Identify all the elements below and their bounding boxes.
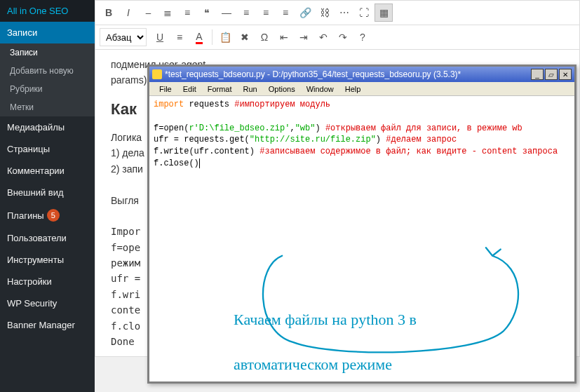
handwritten-annotation: Качаем файлы на python 3 в автоматическо… bbox=[177, 222, 542, 363]
clear-format-button[interactable]: ✖ bbox=[236, 28, 254, 46]
undo-button[interactable]: ↶ bbox=[314, 28, 332, 46]
ul-button[interactable]: ≣ bbox=[159, 4, 177, 22]
quote-button[interactable]: ❝ bbox=[198, 4, 216, 22]
italic-button[interactable]: I bbox=[119, 4, 137, 22]
redo-button[interactable]: ↷ bbox=[334, 28, 352, 46]
sidebar-item-comments[interactable]: Комментарии bbox=[0, 160, 95, 182]
justify-icon: ≡ bbox=[177, 32, 182, 43]
python-icon bbox=[152, 69, 162, 79]
indent-icon: ⇥ bbox=[299, 32, 308, 43]
indent-button[interactable]: ⇥ bbox=[295, 28, 313, 46]
underline-icon: U bbox=[156, 32, 163, 43]
more-button[interactable]: ⋯ bbox=[335, 4, 353, 22]
underline-button[interactable]: U bbox=[151, 28, 169, 46]
format-select[interactable]: Абзац bbox=[100, 28, 147, 46]
admin-sidebar: All in One SEO Записи Записи Добавить но… bbox=[0, 0, 95, 392]
close-button[interactable]: ✕ bbox=[559, 69, 572, 80]
link-button[interactable]: 🔗 bbox=[296, 4, 314, 22]
clear-format-icon: ✖ bbox=[241, 32, 249, 43]
align-left-button[interactable]: ≡ bbox=[237, 4, 255, 22]
undo-icon: ↶ bbox=[319, 32, 328, 43]
menu-run[interactable]: Run bbox=[238, 85, 263, 93]
align-right-button[interactable]: ≡ bbox=[276, 4, 295, 22]
text-color-button[interactable]: A bbox=[190, 28, 208, 46]
sidebar-sub-posts[interactable]: Записи bbox=[0, 43, 95, 62]
annotation-text-1: Качаем файлы на python 3 в bbox=[234, 309, 417, 331]
sidebar-item-pages[interactable]: Страницы bbox=[0, 138, 95, 160]
unlink-button[interactable]: ⛓ bbox=[316, 4, 334, 22]
plugins-badge: 5 bbox=[47, 209, 60, 222]
fullscreen-icon: ⛶ bbox=[359, 7, 369, 18]
char-icon: Ω bbox=[261, 32, 268, 43]
sidebar-item-posts[interactable]: Записи bbox=[0, 22, 95, 43]
sidebar-item-seo[interactable]: All in One SEO bbox=[0, 0, 95, 22]
ol-icon: ≡ bbox=[184, 7, 190, 18]
code-area[interactable]: import requests #импортируем модуль f=op… bbox=[149, 96, 574, 381]
strike-icon: ‒ bbox=[145, 7, 151, 18]
redo-icon: ↷ bbox=[339, 32, 347, 43]
editor-menubar: File Edit Format Run Options Window Help bbox=[149, 82, 574, 96]
maximize-button[interactable]: ▱ bbox=[545, 69, 558, 80]
hr-button[interactable]: — bbox=[217, 4, 236, 22]
justify-button[interactable]: ≡ bbox=[170, 28, 189, 46]
paste-text-button[interactable]: 📋 bbox=[216, 28, 234, 46]
menu-options[interactable]: Options bbox=[263, 85, 301, 93]
sidebar-item-appearance[interactable]: Внешний вид bbox=[0, 182, 95, 203]
text-color-icon: A bbox=[196, 31, 202, 44]
toolbar-toggle-button[interactable]: ▦ bbox=[375, 4, 393, 22]
ul-icon: ≣ bbox=[163, 7, 172, 18]
hr-icon: — bbox=[222, 7, 231, 18]
align-center-button[interactable]: ≡ bbox=[257, 4, 275, 22]
quote-icon: ❝ bbox=[204, 7, 210, 18]
annotation-text-2: автоматическом режиме bbox=[234, 354, 417, 376]
unlink-icon: ⛓ bbox=[320, 7, 330, 18]
paste-text-icon: 📋 bbox=[220, 32, 231, 43]
sidebar-sub-add-new[interactable]: Добавить новую bbox=[0, 62, 95, 80]
sidebar-sub-categories[interactable]: Рубрики bbox=[0, 80, 95, 98]
toolbar-row-1: B I ‒ ≣ ≡ ❝ — ≡ ≡ ≡ 🔗 ⛓ ⋯ ⛶ ▦ bbox=[95, 1, 579, 25]
toolbar-row-2: Абзац U ≡ A 📋 ✖ Ω ⇤ ⇥ ↶ ↷ ? bbox=[95, 25, 579, 50]
editor-title: *test_requests_bdseoru.py - D:/python35_… bbox=[165, 69, 530, 79]
outdent-icon: ⇤ bbox=[280, 32, 288, 43]
sidebar-item-users[interactable]: Пользователи bbox=[0, 227, 95, 249]
align-center-icon: ≡ bbox=[263, 7, 269, 18]
strike-button[interactable]: ‒ bbox=[139, 4, 157, 22]
python-editor-window: *test_requests_bdseoru.py - D:/python35_… bbox=[147, 65, 576, 384]
menu-file[interactable]: File bbox=[154, 85, 177, 93]
sidebar-item-media[interactable]: Медиафайлы bbox=[0, 116, 95, 138]
menu-window[interactable]: Window bbox=[301, 85, 339, 93]
help-icon: ? bbox=[360, 32, 365, 43]
bold-button[interactable]: B bbox=[100, 4, 118, 22]
editor-titlebar[interactable]: *test_requests_bdseoru.py - D:/python35_… bbox=[149, 67, 574, 82]
help-button[interactable]: ? bbox=[353, 28, 372, 46]
link-icon: 🔗 bbox=[299, 7, 311, 18]
sidebar-item-settings[interactable]: Настройки bbox=[0, 271, 95, 292]
sidebar-sub-tags[interactable]: Метки bbox=[0, 98, 95, 116]
char-button[interactable]: Ω bbox=[255, 28, 274, 46]
align-right-icon: ≡ bbox=[283, 7, 288, 18]
menu-format[interactable]: Format bbox=[202, 85, 238, 93]
menu-edit[interactable]: Edit bbox=[177, 85, 202, 93]
menu-help[interactable]: Help bbox=[339, 85, 367, 93]
ol-button[interactable]: ≡ bbox=[178, 4, 196, 22]
fullscreen-button[interactable]: ⛶ bbox=[355, 4, 373, 22]
sidebar-item-tools[interactable]: Инструменты bbox=[0, 249, 95, 271]
toolbar-separator bbox=[212, 29, 213, 45]
outdent-button[interactable]: ⇤ bbox=[275, 28, 293, 46]
align-left-icon: ≡ bbox=[243, 7, 249, 18]
sidebar-item-plugins[interactable]: Плагины5 bbox=[0, 203, 95, 227]
minimize-button[interactable]: _ bbox=[531, 69, 544, 80]
toolbar-toggle-icon: ▦ bbox=[379, 7, 389, 18]
more-icon: ⋯ bbox=[339, 7, 349, 18]
sidebar-item-banner[interactable]: Banner Manager bbox=[0, 314, 95, 336]
sidebar-item-wpsecurity[interactable]: WP Security bbox=[0, 292, 95, 314]
